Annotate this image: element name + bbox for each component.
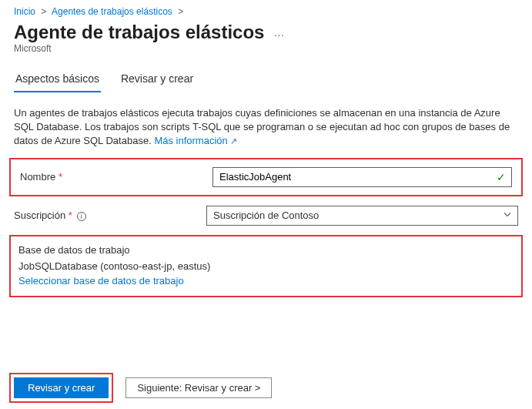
subscription-select[interactable]: Suscripción de Contoso [206, 206, 518, 226]
tab-review[interactable]: Revisar y crear [119, 68, 195, 92]
name-field-row: Nombre * ✓ [15, 164, 517, 190]
name-label: Nombre * [20, 171, 212, 183]
chevron-right-icon: > [41, 6, 46, 17]
description: Un agentes de trabajos elásticos ejecuta… [0, 92, 532, 153]
footer: Revisar y crear Siguiente: Revisar y cre… [0, 373, 532, 403]
job-database-section: Base de datos de trabajo JobSQLDatabase … [9, 235, 523, 297]
chevron-down-icon [503, 210, 512, 221]
tab-basics[interactable]: Aspectos básicos [14, 68, 101, 92]
review-create-highlight: Revisar y crear [9, 373, 113, 403]
name-field-highlight: Nombre * ✓ [9, 158, 523, 196]
more-info-link[interactable]: Más información ↗ [154, 135, 237, 146]
job-database-value: JobSQLDatabase (contoso-east-jp, eastus) [18, 260, 514, 272]
chevron-right-icon: > [178, 6, 183, 17]
description-text: Un agentes de trabajos elásticos ejecuta… [14, 107, 510, 146]
breadcrumb: Inicio > Agentes de trabajos elásticos > [0, 0, 532, 20]
breadcrumb-home[interactable]: Inicio [14, 6, 35, 17]
name-input[interactable] [212, 167, 512, 187]
external-link-icon: ↗ [230, 136, 237, 146]
tabs: Aspectos básicos Revisar y crear [0, 59, 532, 92]
check-icon: ✓ [497, 171, 506, 183]
breadcrumb-section[interactable]: Agentes de trabajos elásticos [52, 6, 172, 17]
subscription-field-row: Suscripción * i Suscripción de Contoso [0, 201, 532, 230]
review-create-button[interactable]: Revisar y crear [14, 377, 109, 398]
next-button[interactable]: Siguiente: Revisar y crear > [125, 377, 272, 398]
job-database-heading: Base de datos de trabajo [18, 244, 514, 256]
page-publisher: Microsoft [0, 43, 532, 59]
info-icon[interactable]: i [77, 212, 86, 221]
page-title: Agente de trabajos elásticos [14, 22, 264, 43]
more-menu-icon[interactable]: … [273, 26, 285, 39]
select-job-database-link[interactable]: Seleccionar base de datos de trabajo [18, 275, 184, 287]
subscription-label: Suscripción * i [14, 210, 206, 221]
